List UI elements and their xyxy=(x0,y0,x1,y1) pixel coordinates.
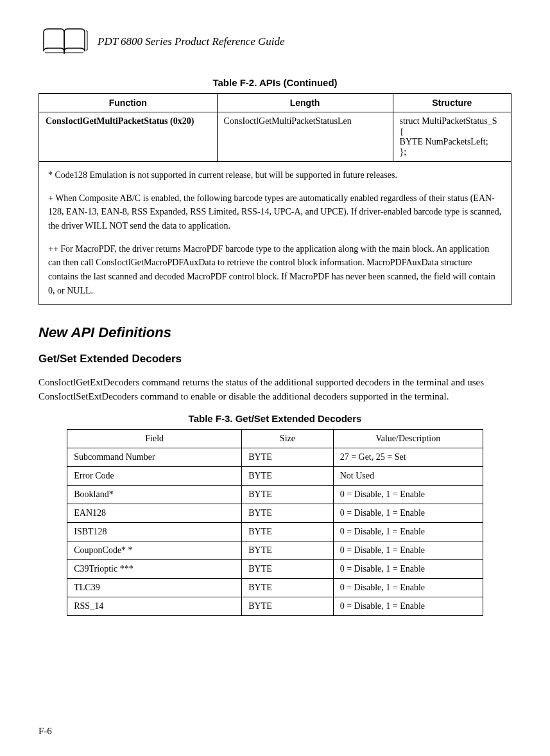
cell-size: BYTE xyxy=(242,597,333,615)
cell-field: C39Trioptic *** xyxy=(67,559,242,578)
cell-length: ConsIoctlGetMultiPacketStatusLen xyxy=(217,112,393,162)
col-size: Size xyxy=(242,429,333,448)
cell-field: TLC39 xyxy=(67,578,242,597)
page-header: PDT 6800 Series Product Reference Guide xyxy=(39,26,511,58)
cell-value: Not Used xyxy=(333,466,483,485)
table-extended-decoders: Field Size Value/Description Subcommand … xyxy=(67,429,483,616)
cell-value: 0 = Disable, 1 = Enable xyxy=(333,504,483,522)
cell-size: BYTE xyxy=(242,578,333,597)
cell-size: BYTE xyxy=(242,448,333,466)
cell-function: ConsIoctlGetMultiPacketStatus (0x20) xyxy=(39,112,218,162)
cell-size: BYTE xyxy=(242,466,333,485)
cell-size: BYTE xyxy=(242,485,333,504)
cell-size: BYTE xyxy=(242,522,333,541)
cell-value: 0 = Disable, 1 = Enable xyxy=(333,597,483,615)
table2-caption: Table F-3. Get/Set Extended Decoders xyxy=(39,413,511,424)
table-row: TLC39BYTE0 = Disable, 1 = Enable xyxy=(67,578,483,597)
table-row: Bookland*BYTE0 = Disable, 1 = Enable xyxy=(67,485,483,504)
cell-value: 0 = Disable, 1 = Enable xyxy=(333,578,483,597)
note-2: + When Composite AB/C is enabled, the fo… xyxy=(48,191,502,233)
notes-row: * Code128 Emulation is not supported in … xyxy=(39,162,511,305)
cell-value: 0 = Disable, 1 = Enable xyxy=(333,522,483,541)
cell-field: RSS_14 xyxy=(67,597,242,615)
table-row: ConsIoctlGetMultiPacketStatus (0x20) Con… xyxy=(39,112,511,162)
table-header-row: Field Size Value/Description xyxy=(67,429,483,448)
cell-field: EAN128 xyxy=(67,504,242,522)
subsection-heading-getset: Get/Set Extended Decoders xyxy=(39,353,511,365)
table1-caption: Table F-2. APIs (Continued) xyxy=(39,77,511,88)
table-row: RSS_14BYTE0 = Disable, 1 = Enable xyxy=(67,597,483,615)
cell-value: 27 = Get, 25 = Set xyxy=(333,448,483,466)
book-icon xyxy=(39,26,90,58)
cell-field: Bookland* xyxy=(67,485,242,504)
cell-field: CouponCode* * xyxy=(67,541,242,559)
table-row: C39Trioptic ***BYTE0 = Disable, 1 = Enab… xyxy=(67,559,483,578)
table-row: CouponCode* *BYTE0 = Disable, 1 = Enable xyxy=(67,541,483,559)
page-number: F-6 xyxy=(39,726,52,737)
cell-field: Subcommand Number xyxy=(67,448,242,466)
table-row: EAN128BYTE0 = Disable, 1 = Enable xyxy=(67,504,483,522)
cell-size: BYTE xyxy=(242,504,333,522)
cell-size: BYTE xyxy=(242,559,333,578)
table-apis: Function Length Structure ConsIoctlGetMu… xyxy=(39,93,511,305)
col-field: Field xyxy=(67,429,242,448)
cell-field: Error Code xyxy=(67,466,242,485)
col-structure: Structure xyxy=(393,94,511,112)
header-title: PDT 6800 Series Product Reference Guide xyxy=(98,35,285,48)
table-row: Error CodeBYTENot Used xyxy=(67,466,483,485)
col-value: Value/Description xyxy=(333,429,483,448)
table-row: ISBT128BYTE0 = Disable, 1 = Enable xyxy=(67,522,483,541)
note-3: ++ For MacroPDF, the driver returns Macr… xyxy=(48,242,502,298)
body-paragraph: ConsIoctlGetExtDecoders command returns … xyxy=(39,375,511,404)
section-heading-new-api: New API Definitions xyxy=(39,324,511,341)
table-header-row: Function Length Structure xyxy=(39,94,511,112)
col-function: Function xyxy=(39,94,218,112)
cell-structure: struct MultiPacketStatus_S { BYTE NumPac… xyxy=(393,112,511,162)
cell-size: BYTE xyxy=(242,541,333,559)
note-1: * Code128 Emulation is not supported in … xyxy=(48,168,502,182)
cell-value: 0 = Disable, 1 = Enable xyxy=(333,559,483,578)
function-name: ConsIoctlGetMultiPacketStatus (0x20) xyxy=(46,116,194,126)
table-row: Subcommand NumberBYTE27 = Get, 25 = Set xyxy=(67,448,483,466)
cell-value: 0 = Disable, 1 = Enable xyxy=(333,485,483,504)
cell-field: ISBT128 xyxy=(67,522,242,541)
col-length: Length xyxy=(217,94,393,112)
cell-value: 0 = Disable, 1 = Enable xyxy=(333,541,483,559)
notes-cell: * Code128 Emulation is not supported in … xyxy=(39,162,511,305)
